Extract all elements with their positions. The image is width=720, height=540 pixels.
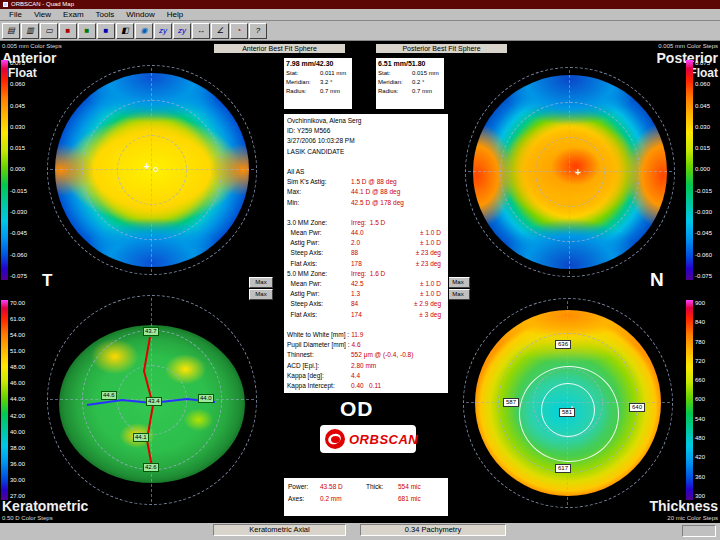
keratometry-value-box: 44.6 bbox=[101, 391, 117, 400]
menu-item[interactable]: View bbox=[28, 10, 57, 19]
readout-value: 43.58 D bbox=[320, 481, 366, 493]
menu-item[interactable]: Help bbox=[161, 10, 189, 19]
readout-value: 681 mic bbox=[398, 493, 444, 505]
toolbar-icon: ▭ bbox=[45, 26, 53, 35]
toolbar-button[interactable]: zy bbox=[154, 23, 172, 39]
pachymetry-value-box: 581 bbox=[559, 408, 575, 417]
scale-tick-label: -0.060 bbox=[695, 252, 712, 259]
scale-tick-label: 40.00 bbox=[10, 429, 25, 436]
info-line: Mean Pwr: 44.0 ± 1.0 D bbox=[287, 228, 445, 238]
toolbar-button[interactable]: ▤ bbox=[2, 23, 20, 39]
menu-item[interactable]: Exam bbox=[57, 10, 89, 19]
info-value: 2.80 mm bbox=[351, 361, 376, 371]
cursor-readout-panel: Power: 43.58 D Thick: 554 mic Axes: 0.2 … bbox=[283, 477, 449, 517]
scale-tick-label: 0.075 bbox=[10, 60, 27, 67]
info-label: Steep Axis: bbox=[287, 248, 349, 258]
info-line bbox=[287, 157, 445, 167]
orbscan-window: ORBSCAN - Quad Map FileViewExamToolsWind… bbox=[0, 0, 720, 540]
info-value: 44.0 bbox=[351, 228, 364, 238]
info-label: Sim K's Astig: bbox=[287, 177, 349, 187]
map-axis-line bbox=[569, 70, 570, 274]
map-axis-line bbox=[468, 171, 672, 172]
best-fit-row-value: 0.011 mm bbox=[320, 69, 346, 78]
info-tolerance bbox=[441, 187, 445, 197]
info-tolerance: ± 2.9 deg bbox=[414, 299, 445, 309]
pachymetry-map[interactable]: + 636587581640617 bbox=[463, 298, 673, 508]
scale-tick-label: 0.045 bbox=[695, 103, 712, 110]
info-label: All AS bbox=[287, 167, 349, 177]
keratometric-max-button[interactable]: Max bbox=[249, 289, 273, 300]
toolbar-button[interactable]: ? bbox=[249, 23, 267, 39]
info-label bbox=[287, 208, 349, 218]
info-value: 2.0 bbox=[351, 238, 360, 248]
readout-label: Thick: bbox=[366, 481, 398, 493]
keratometric-color-steps-label: 0.50 D Color Steps bbox=[2, 515, 53, 521]
info-line: Thinnest: 552 μm @ (-0.4, -0.8) bbox=[287, 350, 445, 360]
info-line: White to White [mm] : 11.9 bbox=[287, 330, 445, 340]
info-tolerance bbox=[441, 198, 445, 208]
scale-tick-label: 0.030 bbox=[10, 124, 27, 131]
info-tolerance bbox=[441, 330, 445, 340]
menu-item[interactable]: File bbox=[3, 10, 28, 19]
menu-item[interactable]: Tools bbox=[90, 10, 121, 19]
toolbar-button[interactable]: ◧ bbox=[116, 23, 134, 39]
keratometry-value-box: 42.6 bbox=[143, 463, 159, 472]
thickness-colorbar bbox=[686, 300, 693, 500]
scale-tick-label: 44.00 bbox=[10, 396, 25, 403]
info-line: Pupil Diameter [mm] : 4.6 bbox=[287, 340, 445, 350]
info-line: Max: 44.1 D @ 88 deg bbox=[287, 187, 445, 197]
anterior-elevation-map[interactable]: + bbox=[47, 65, 257, 275]
info-value: 174 bbox=[351, 310, 362, 320]
anterior-max-button[interactable]: Max bbox=[249, 277, 273, 288]
toolbar-button[interactable]: ■ bbox=[78, 23, 96, 39]
map-grid-ring bbox=[117, 135, 187, 205]
toolbar-button[interactable]: ▭ bbox=[40, 23, 58, 39]
info-label: Min: bbox=[287, 198, 349, 208]
info-tolerance bbox=[441, 340, 445, 350]
info-tolerance bbox=[441, 177, 445, 187]
toolbar-button[interactable]: ↔ bbox=[192, 23, 210, 39]
info-line: Flat Axis: 174 ± 3 deg bbox=[287, 310, 445, 320]
info-line: 3/27/2006 10:03:28 PM bbox=[287, 136, 445, 146]
info-label: Kappa Intercept: bbox=[287, 381, 349, 391]
keratometric-map[interactable]: 43.744.643.444.044.142.6 bbox=[47, 295, 257, 505]
toolbar-icon: ■ bbox=[104, 26, 109, 35]
toolbar-button[interactable]: ◉ bbox=[135, 23, 153, 39]
scale-tick-label: 900 bbox=[695, 300, 705, 307]
info-line: 3.0 MM Zone: Irreg: 1.5 D bbox=[287, 218, 445, 228]
toolbar-icon: ◔ bbox=[237, 26, 242, 35]
map-type-selector-left[interactable]: Keratometric Axial bbox=[213, 524, 346, 536]
scale-tick-label: 780 bbox=[695, 339, 705, 346]
cursor-readout-row: Axes: 0.2 mm 681 mic bbox=[288, 493, 444, 505]
info-label: ACD [Epi.]: bbox=[287, 361, 349, 371]
toolbar-button[interactable]: zy bbox=[173, 23, 191, 39]
posterior-elevation-map[interactable]: + bbox=[465, 67, 675, 277]
map-type-selector-right[interactable]: 0.34 Pachymetry bbox=[360, 524, 506, 536]
toolbar-button[interactable]: ■ bbox=[59, 23, 77, 39]
scale-tick-label: 360 bbox=[695, 474, 705, 481]
map-axis-line bbox=[50, 169, 254, 170]
info-value: 4.4 bbox=[351, 371, 360, 381]
info-line: Kappa Intercept: 0.40 0.11 bbox=[287, 381, 445, 391]
info-value: 178 bbox=[351, 259, 362, 269]
anterior-bfs-panel: 7.98 mm/42.30 Stat: 0.011 mm Meridian: 3… bbox=[283, 57, 353, 110]
readout-label: Power: bbox=[288, 481, 320, 493]
readout-label bbox=[366, 493, 398, 505]
toolbar-button[interactable]: ▥ bbox=[21, 23, 39, 39]
info-tolerance bbox=[441, 208, 445, 218]
toolbar-button[interactable]: ∠ bbox=[211, 23, 229, 39]
toolbar-button[interactable]: ◔ bbox=[230, 23, 248, 39]
toolbar-button[interactable]: ■ bbox=[97, 23, 115, 39]
thickness-max-button[interactable]: Max bbox=[446, 289, 470, 300]
menu-item[interactable]: Window bbox=[120, 10, 160, 19]
scale-tick-label: 42.00 bbox=[10, 413, 25, 420]
scale-tick-label: 0.015 bbox=[695, 145, 712, 152]
info-label: 3/27/2006 10:03:28 PM bbox=[287, 136, 355, 146]
posterior-max-button[interactable]: Max bbox=[446, 277, 470, 288]
posterior-elevation-scale: 0.0750.0600.0450.0300.0150.000-0.015-0.0… bbox=[686, 60, 712, 280]
best-fit-row-value: 0.7 mm bbox=[320, 87, 340, 96]
info-label: Flat Axis: bbox=[287, 259, 349, 269]
scale-tick-label: -0.075 bbox=[10, 273, 27, 280]
apex-marker: + bbox=[575, 169, 581, 177]
best-fit-row-label: Radius: bbox=[286, 87, 320, 96]
